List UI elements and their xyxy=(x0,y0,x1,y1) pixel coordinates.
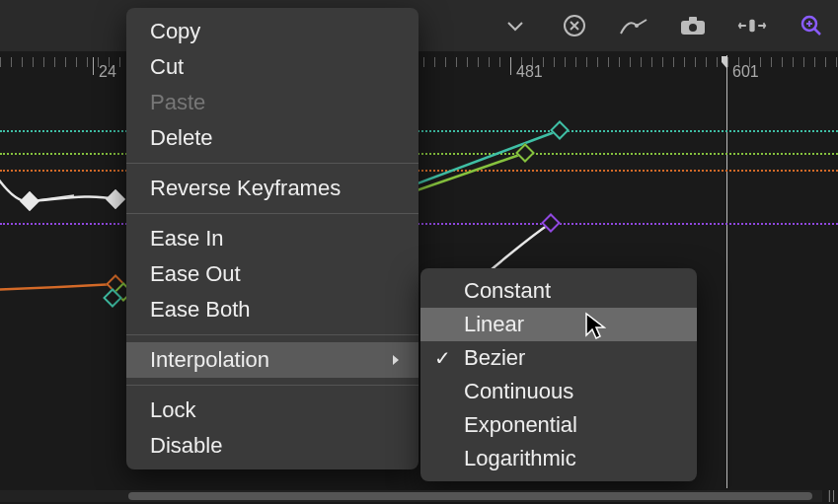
ruler-tick xyxy=(65,57,66,67)
menu-item-cut[interactable]: Cut xyxy=(126,49,419,85)
menu-item-ease-out[interactable]: Ease Out xyxy=(126,256,419,292)
submenu-item-linear[interactable]: Linear xyxy=(420,308,697,341)
ruler-tick xyxy=(836,57,837,67)
menu-item-reverse-keyframes[interactable]: Reverse Keyframes xyxy=(126,171,419,206)
submenu-item-bezier[interactable]: ✓Bezier xyxy=(420,341,697,375)
menu-item-label: Disable xyxy=(150,433,222,458)
interpolation-submenu: ConstantLinear✓BezierContinuousExponenti… xyxy=(420,268,697,481)
menu-item-label: Ease In xyxy=(150,226,224,251)
ruler-tick xyxy=(0,57,1,67)
ruler-tick xyxy=(445,57,446,67)
ruler-tick xyxy=(54,57,55,67)
ruler-tick xyxy=(43,57,44,67)
menu-item-label: Paste xyxy=(150,90,205,114)
submenu-item-label: Exponential xyxy=(464,412,577,437)
submenu-item-label: Constant xyxy=(464,278,551,303)
horizontal-scrollbar[interactable] xyxy=(0,490,822,502)
ruler-tick xyxy=(586,57,587,67)
menu-item-ease-in[interactable]: Ease In xyxy=(126,221,419,256)
ruler-tick xyxy=(651,57,652,67)
ruler-tick xyxy=(554,57,555,67)
menu-item-label: Delete xyxy=(150,125,213,150)
svg-point-1 xyxy=(635,24,639,28)
menu-item-paste: Paste xyxy=(126,85,419,120)
ruler-frame-label: 601 xyxy=(732,63,759,81)
menu-item-label: Reverse Keyframes xyxy=(150,176,341,200)
menu-item-lock[interactable]: Lock xyxy=(126,393,419,428)
submenu-item-label: Bezier xyxy=(464,345,525,370)
menu-item-delete[interactable]: Delete xyxy=(126,120,419,156)
ruler-tick xyxy=(478,57,479,67)
ruler-tick xyxy=(673,57,674,67)
ruler-tick xyxy=(814,57,815,67)
submenu-item-constant[interactable]: Constant xyxy=(420,274,697,308)
menu-item-interpolation[interactable]: Interpolation xyxy=(126,342,419,378)
ruler-tick xyxy=(456,57,457,67)
menu-divider xyxy=(126,385,419,386)
cancel-circle-icon[interactable] xyxy=(560,11,589,40)
ruler-tick xyxy=(760,57,761,67)
zoom-icon[interactable] xyxy=(797,11,826,40)
ruler-tick xyxy=(717,57,718,67)
ruler-tick xyxy=(706,57,707,67)
submenu-item-label: Linear xyxy=(464,312,524,336)
menu-item-label: Lock xyxy=(150,397,195,422)
ruler-tick xyxy=(434,57,435,67)
camera-icon[interactable] xyxy=(678,11,708,40)
ruler-major-tick xyxy=(93,57,94,75)
fit-timeline-icon[interactable] xyxy=(737,11,767,40)
ruler-tick xyxy=(575,57,576,67)
menu-divider xyxy=(126,334,419,335)
ruler-tick xyxy=(782,57,783,67)
ruler-tick xyxy=(825,57,826,67)
ruler-frame-label: 24 xyxy=(99,63,116,81)
svg-rect-3 xyxy=(689,17,697,22)
ruler-tick xyxy=(695,57,696,67)
ruler-tick xyxy=(76,57,77,67)
ruler-tick xyxy=(608,57,609,67)
playhead-marker-icon[interactable] xyxy=(721,55,734,75)
dropdown-chevron-icon[interactable] xyxy=(500,11,530,40)
submenu-item-continuous[interactable]: Continuous xyxy=(420,375,697,408)
ruler-tick xyxy=(423,57,424,67)
ruler-tick xyxy=(22,57,23,67)
resize-handle-icon[interactable]: || xyxy=(828,488,836,502)
ruler-tick xyxy=(630,57,631,67)
ruler-major-tick xyxy=(510,57,511,75)
menu-item-label: Copy xyxy=(150,19,200,43)
ruler-tick xyxy=(489,57,490,67)
ruler-tick xyxy=(803,57,804,67)
ruler-tick xyxy=(11,57,12,67)
curve-edit-icon[interactable] xyxy=(619,11,648,40)
ruler-tick xyxy=(597,57,598,67)
submenu-item-label: Logarithmic xyxy=(464,446,576,470)
ruler-tick xyxy=(684,57,685,67)
menu-item-copy[interactable]: Copy xyxy=(126,14,419,49)
ruler-tick xyxy=(33,57,34,67)
submenu-item-label: Continuous xyxy=(464,379,573,403)
ruler-tick xyxy=(543,57,544,67)
submenu-item-exponential[interactable]: Exponential xyxy=(420,408,697,442)
menu-item-label: Ease Out xyxy=(150,261,241,286)
ruler-tick xyxy=(641,57,642,67)
ruler-tick xyxy=(87,57,88,67)
submenu-item-logarithmic[interactable]: Logarithmic xyxy=(420,442,697,475)
context-menu: CopyCutPasteDeleteReverse KeyframesEase … xyxy=(126,8,419,469)
ruler-tick xyxy=(119,57,120,67)
checkmark-icon: ✓ xyxy=(434,346,451,370)
menu-item-label: Interpolation xyxy=(150,347,269,372)
menu-item-label: Cut xyxy=(150,54,184,79)
menu-item-label: Ease Both xyxy=(150,297,251,322)
menu-item-disable[interactable]: Disable xyxy=(126,428,419,464)
ruler-tick xyxy=(619,57,620,67)
ruler-tick xyxy=(565,57,566,67)
menu-item-ease-both[interactable]: Ease Both xyxy=(126,292,419,327)
ruler-tick xyxy=(467,57,468,67)
menu-divider xyxy=(126,163,419,164)
scrollbar-thumb[interactable] xyxy=(128,492,812,500)
ruler-frame-label: 481 xyxy=(516,63,543,81)
submenu-arrow-icon xyxy=(391,347,401,373)
ruler-tick xyxy=(499,57,500,67)
svg-point-4 xyxy=(689,24,697,32)
ruler-tick xyxy=(662,57,663,67)
